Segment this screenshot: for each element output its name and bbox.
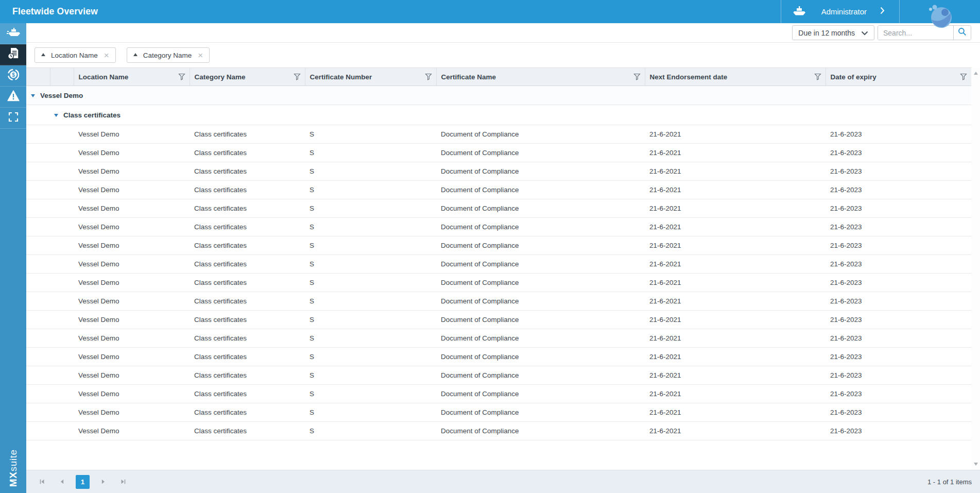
chip-label: Location Name — [51, 52, 98, 59]
next-page-button[interactable] — [96, 475, 110, 488]
cell-next-endorsement-date: 21-6-2021 — [645, 422, 826, 440]
page-number-button[interactable]: 1 — [76, 475, 90, 489]
sidebar-item-fullscreen[interactable] — [0, 108, 26, 129]
cell-location-name: Vessel Demo — [74, 422, 190, 440]
filter-funnel-icon[interactable] — [960, 73, 967, 80]
filter-funnel-icon[interactable] — [633, 73, 641, 80]
table-row[interactable]: Vessel DemoClass certificatesSDocument o… — [26, 348, 971, 366]
cell-next-endorsement-date: 21-6-2021 — [645, 255, 826, 274]
sidebar: $ MXsuite — [0, 23, 26, 493]
table-row[interactable]: Vessel DemoClass certificatesSDocument o… — [26, 125, 971, 144]
certificates-table: Location Name Category Name — [26, 67, 972, 440]
mxsuite-wordmark: MXsuite — [8, 450, 18, 487]
column-header-certificate-number[interactable]: Certificate Number — [305, 68, 436, 86]
due-filter-dropdown[interactable]: Due in 12 months — [792, 25, 874, 40]
cell-next-endorsement-date: 21-6-2021 — [645, 162, 826, 181]
group-chip-location-name[interactable]: Location Name × — [35, 47, 116, 63]
table-row[interactable]: Vessel DemoClass certificatesSDocument o… — [26, 199, 971, 218]
cell-date-of-expiry: 21-6-2023 — [826, 125, 971, 144]
svg-text:$: $ — [12, 72, 15, 78]
sidebar-item-alerts[interactable] — [0, 87, 26, 108]
column-label: Certificate Name — [441, 73, 496, 81]
group-gutter-cell — [50, 366, 74, 385]
group-gutter-cell — [50, 255, 74, 274]
cell-date-of-expiry: 21-6-2023 — [826, 422, 971, 440]
column-label: Location Name — [79, 73, 129, 81]
cell-certificate-number: S — [305, 403, 436, 422]
vessel-selector-button[interactable] — [781, 0, 817, 23]
sort-ascending-icon[interactable] — [133, 51, 137, 56]
table-row[interactable]: Vessel DemoClass certificatesSDocument o… — [26, 162, 971, 181]
table-row[interactable]: Vessel DemoClass certificatesSDocument o… — [26, 403, 971, 422]
cell-certificate-name: Document of Compliance — [436, 144, 645, 162]
remove-group-icon[interactable]: × — [104, 51, 109, 60]
group-gutter-cell — [50, 348, 74, 366]
ship-icon — [793, 5, 806, 19]
cell-next-endorsement-date: 21-6-2021 — [645, 348, 826, 366]
column-header-date-of-expiry[interactable]: Date of expiry — [826, 68, 971, 86]
cell-date-of-expiry: 21-6-2023 — [826, 181, 971, 199]
user-menu-button[interactable]: Administrator — [817, 0, 899, 23]
remove-group-icon[interactable]: × — [198, 51, 203, 60]
cell-category-name: Class certificates — [190, 422, 305, 440]
table-row[interactable]: Vessel DemoClass certificatesSDocument o… — [26, 181, 971, 199]
column-header-next-endorsement-date[interactable]: Next Endorsement date — [645, 68, 826, 86]
group-gutter-header — [26, 68, 50, 86]
group-gutter-cell — [26, 422, 50, 440]
cell-next-endorsement-date: 21-6-2021 — [645, 144, 826, 162]
column-header-category-name[interactable]: Category Name — [190, 68, 305, 86]
cell-certificate-name: Document of Compliance — [436, 403, 645, 422]
filter-funnel-icon[interactable] — [178, 73, 185, 80]
sort-ascending-icon[interactable] — [41, 51, 45, 56]
group-gutter-cell — [26, 218, 50, 236]
column-header-location-name[interactable]: Location Name — [74, 68, 190, 86]
scroll-down-icon[interactable] — [974, 463, 978, 466]
group-row-category[interactable]: Class certificates — [26, 105, 971, 125]
search-button[interactable] — [953, 26, 971, 40]
group-gutter-cell — [26, 199, 50, 218]
table-row[interactable]: Vessel DemoClass certificatesSDocument o… — [26, 144, 971, 162]
filter-funnel-icon[interactable] — [294, 73, 301, 80]
scroll-up-icon[interactable] — [974, 72, 978, 75]
cell-location-name: Vessel Demo — [74, 366, 190, 385]
cell-certificate-number: S — [305, 255, 436, 274]
cell-certificate-name: Document of Compliance — [436, 255, 645, 274]
first-page-button[interactable] — [36, 475, 49, 488]
cell-certificate-name: Document of Compliance — [436, 366, 645, 385]
table-row[interactable]: Vessel DemoClass certificatesSDocument o… — [26, 311, 971, 329]
group-gutter-cell — [50, 329, 74, 348]
top-bar: Fleetwide Overview Administrator — [0, 0, 980, 23]
cell-next-endorsement-date: 21-6-2021 — [645, 311, 826, 329]
table-row[interactable]: Vessel DemoClass certificatesSDocument o… — [26, 236, 971, 255]
group-gutter-cell — [50, 162, 74, 181]
vertical-scrollbar[interactable] — [971, 67, 980, 470]
cell-certificate-name: Document of Compliance — [436, 292, 645, 311]
table-row[interactable]: Vessel DemoClass certificatesSDocument o… — [26, 329, 971, 348]
table-row[interactable]: Vessel DemoClass certificatesSDocument o… — [26, 274, 971, 292]
cell-category-name: Class certificates — [190, 181, 305, 199]
table-row[interactable]: Vessel DemoClass certificatesSDocument o… — [26, 366, 971, 385]
cell-next-endorsement-date: 21-6-2021 — [645, 292, 826, 311]
filter-funnel-icon[interactable] — [425, 73, 432, 80]
sidebar-item-finance[interactable]: $ — [0, 65, 26, 87]
table-row[interactable]: Vessel DemoClass certificatesSDocument o… — [26, 422, 971, 440]
column-label: Category Name — [195, 73, 246, 81]
collapse-group-icon[interactable] — [54, 114, 58, 119]
table-row[interactable]: Vessel DemoClass certificatesSDocument o… — [26, 255, 971, 274]
cell-certificate-number: S — [305, 199, 436, 218]
sidebar-item-certificates[interactable] — [0, 44, 26, 65]
collapse-group-icon[interactable] — [31, 94, 35, 99]
group-row-vessel[interactable]: Vessel Demo — [26, 86, 971, 105]
table-row[interactable]: Vessel DemoClass certificatesSDocument o… — [26, 292, 971, 311]
previous-page-button[interactable] — [56, 475, 69, 488]
group-gutter-cell — [26, 329, 50, 348]
table-row[interactable]: Vessel DemoClass certificatesSDocument o… — [26, 385, 971, 403]
cell-next-endorsement-date: 21-6-2021 — [645, 236, 826, 255]
table-row[interactable]: Vessel DemoClass certificatesSDocument o… — [26, 218, 971, 236]
sidebar-item-fleet[interactable] — [0, 23, 26, 44]
last-page-button[interactable] — [116, 475, 130, 488]
group-gutter-cell — [26, 274, 50, 292]
column-header-certificate-name[interactable]: Certificate Name — [436, 68, 645, 86]
group-chip-category-name[interactable]: Category Name × — [127, 47, 210, 63]
filter-funnel-icon[interactable] — [814, 73, 821, 80]
